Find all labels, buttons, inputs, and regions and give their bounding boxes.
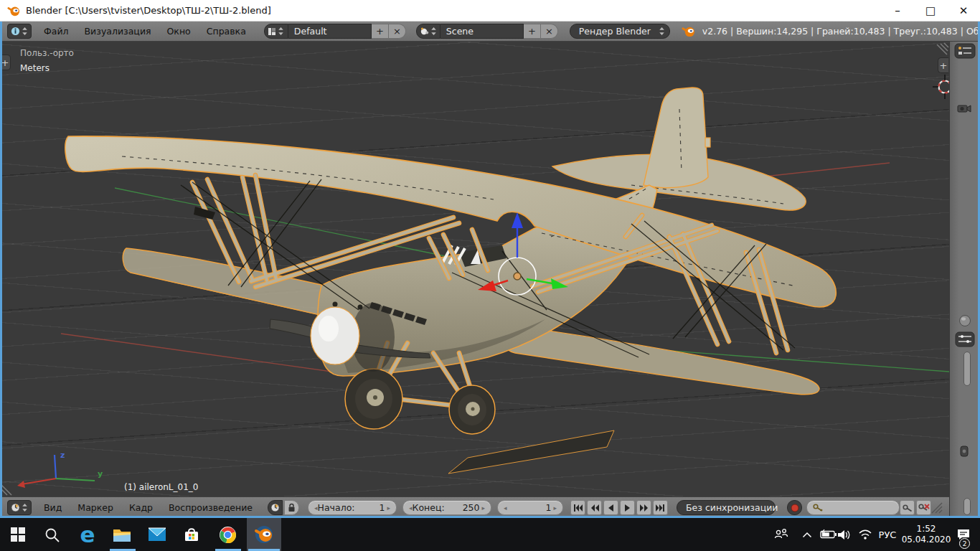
outliner-editor-icon[interactable] bbox=[954, 43, 976, 59]
stepper-right-icon[interactable]: ▸ bbox=[482, 504, 486, 512]
microsoft-store-icon bbox=[183, 526, 200, 543]
insert-keyframe-button[interactable] bbox=[900, 500, 915, 515]
start-button[interactable] bbox=[2, 520, 34, 549]
blender-logo-icon bbox=[7, 4, 20, 17]
tray-people-button[interactable] bbox=[771, 518, 792, 551]
record-icon bbox=[791, 504, 799, 512]
timeline-side-scrollbar[interactable] bbox=[963, 498, 971, 515]
tray-overflow-button[interactable] bbox=[798, 518, 816, 551]
taskbar-explorer-button[interactable] bbox=[106, 520, 138, 549]
window-title: Blender [C:\Users\tvister\Desktop\ТШ-2\Т… bbox=[26, 5, 271, 16]
play-button[interactable] bbox=[620, 500, 635, 515]
clock-icon bbox=[11, 503, 20, 512]
updown-arrows-icon bbox=[430, 27, 437, 36]
taskbar-search-button[interactable] bbox=[36, 520, 67, 549]
workspace: Польз.-орто Meters (1) aileronL_01_0 + +… bbox=[0, 42, 980, 518]
layout-icon bbox=[268, 27, 276, 36]
frame-end-field[interactable]: ◂ Конец: 250 ▸ bbox=[402, 500, 491, 515]
updown-arrows-icon bbox=[22, 27, 28, 36]
mini-axis-gizmo bbox=[17, 455, 95, 488]
menu-render[interactable]: Визуализация bbox=[77, 22, 159, 41]
speaker-icon bbox=[837, 529, 851, 541]
taskbar-blender-button[interactable] bbox=[248, 520, 280, 549]
active-object-label: (1) aileronL_01_0 bbox=[124, 482, 198, 492]
stepper-right-icon[interactable]: ▸ bbox=[554, 504, 557, 512]
biplane-model[interactable] bbox=[65, 88, 836, 474]
render-engine-dropdown[interactable]: Рендер Blender bbox=[570, 24, 670, 39]
next-keyframe-button[interactable] bbox=[636, 500, 651, 515]
search-icon bbox=[44, 527, 60, 543]
sync-mode-dropdown[interactable]: Без синхронизации bbox=[677, 500, 776, 515]
tool-icon[interactable] bbox=[959, 445, 969, 458]
people-icon bbox=[774, 528, 788, 541]
properties-editor-icon[interactable] bbox=[955, 331, 975, 347]
camera-icon[interactable] bbox=[957, 103, 971, 114]
frame-start-field[interactable]: ◂ Начало: 1 ▸ bbox=[308, 500, 397, 515]
mesh-sphere-icon[interactable] bbox=[958, 314, 971, 327]
taskbar-chrome-button[interactable] bbox=[212, 520, 243, 549]
auto-keyframe-record-button[interactable] bbox=[787, 500, 802, 515]
lock-frame-range-button[interactable] bbox=[284, 500, 299, 515]
layout-name-field[interactable]: Default bbox=[288, 24, 372, 39]
menu-file[interactable]: Файл bbox=[36, 22, 77, 41]
right-editor-strip bbox=[949, 42, 980, 518]
gizmo-z-label: z bbox=[60, 451, 65, 460]
menu-help[interactable]: Справка bbox=[199, 22, 254, 41]
frame-start-value: 1 bbox=[355, 502, 387, 513]
layout-browse-button[interactable] bbox=[264, 24, 288, 39]
timeline-menu-frame[interactable]: Кадр bbox=[121, 497, 161, 518]
key-icon bbox=[903, 504, 913, 512]
timeline-menu-playback[interactable]: Воспроизведение bbox=[161, 497, 260, 518]
play-reverse-button[interactable] bbox=[603, 500, 618, 515]
preview-range-toggle[interactable] bbox=[268, 500, 283, 515]
menu-window[interactable]: Окно bbox=[159, 22, 199, 41]
scene-delete-button[interactable]: × bbox=[541, 24, 558, 39]
mail-icon bbox=[148, 527, 166, 542]
current-frame-field[interactable]: ◂ 1 ▸ bbox=[497, 500, 563, 515]
frame-end-label: Конец: bbox=[413, 502, 445, 513]
lock-icon bbox=[288, 503, 296, 512]
blender-icon bbox=[254, 524, 274, 545]
timeline-resize-grip[interactable] bbox=[930, 501, 943, 514]
window-border-left bbox=[0, 22, 2, 518]
taskbar-mail-button[interactable] bbox=[141, 520, 173, 549]
jump-to-end-button[interactable] bbox=[653, 500, 668, 515]
close-button[interactable]: ✕ bbox=[947, 0, 980, 22]
current-frame-value: 1 bbox=[507, 502, 554, 513]
keying-set-field[interactable] bbox=[806, 500, 900, 515]
edge-icon: e bbox=[80, 524, 95, 545]
delete-keyframe-button[interactable] bbox=[916, 500, 931, 515]
windows-logo-icon bbox=[10, 527, 26, 542]
properties-scrollbar[interactable] bbox=[963, 352, 971, 386]
properties-shelf-expand-button[interactable]: + bbox=[938, 57, 948, 73]
scene-name-field[interactable]: Scene bbox=[440, 24, 524, 39]
window-titlebar[interactable]: Blender [C:\Users\tvister\Desktop\ТШ-2\Т… bbox=[0, 0, 980, 22]
taskbar: e bbox=[0, 518, 980, 551]
updown-arrows-icon bbox=[278, 27, 284, 36]
blender-logo-icon bbox=[682, 24, 695, 38]
layout-add-button[interactable]: + bbox=[372, 24, 389, 39]
stepper-right-icon[interactable]: ▸ bbox=[387, 504, 391, 512]
tray-clock-button[interactable]: 1:52 05.04.2020 bbox=[903, 518, 950, 551]
timeline-editor-selector[interactable] bbox=[7, 500, 32, 515]
scene-browse-button[interactable] bbox=[416, 24, 440, 39]
timeline-header: Вид Маркер Кадр Воспроизведение ◂ Начало… bbox=[0, 496, 949, 518]
cursor-3d[interactable] bbox=[933, 75, 949, 99]
gizmo-y-label: y bbox=[98, 469, 103, 479]
timeline-menu-view[interactable]: Вид bbox=[36, 497, 70, 518]
taskbar-edge-button[interactable]: e bbox=[72, 520, 103, 549]
previous-keyframe-button[interactable] bbox=[587, 500, 602, 515]
notification-badge: 2 bbox=[959, 538, 970, 549]
minimize-button[interactable]: – bbox=[881, 0, 914, 22]
layout-delete-button[interactable]: × bbox=[389, 24, 406, 39]
scene-add-button[interactable]: + bbox=[524, 24, 541, 39]
file-explorer-icon bbox=[113, 527, 131, 542]
jump-to-start-button[interactable] bbox=[570, 500, 585, 515]
maximize-button[interactable]: □ bbox=[914, 0, 947, 22]
tray-volume-button[interactable] bbox=[833, 518, 854, 551]
viewport-3d[interactable]: Польз.-орто Meters (1) aileronL_01_0 + +… bbox=[0, 42, 949, 496]
taskbar-store-button[interactable] bbox=[176, 520, 207, 549]
editor-type-selector[interactable] bbox=[7, 24, 32, 39]
timeline-menu-marker[interactable]: Маркер bbox=[70, 497, 121, 518]
tray-language-button[interactable]: РУС bbox=[872, 518, 903, 551]
